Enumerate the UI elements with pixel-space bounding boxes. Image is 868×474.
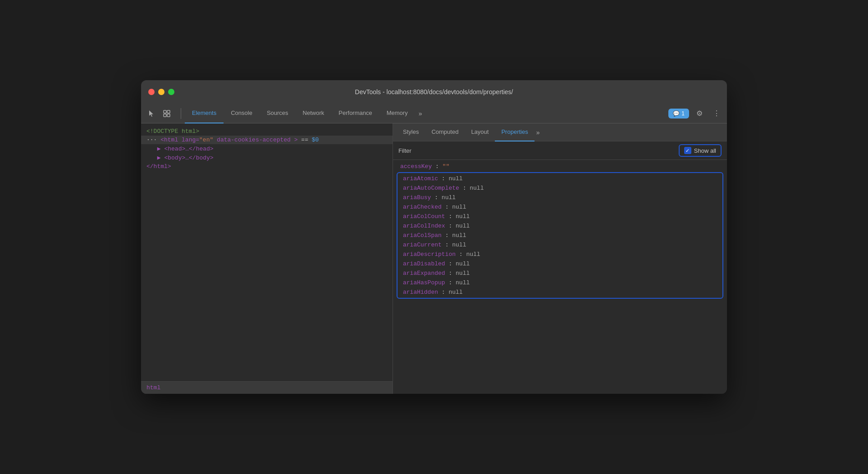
show-all-label[interactable]: Show all: [694, 147, 716, 154]
show-all-checkbox[interactable]: ✓: [684, 147, 691, 154]
ariaColIndex-prop: ariaColIndex : null: [397, 221, 722, 231]
ariaCurrent-prop: ariaCurrent : null: [397, 240, 722, 250]
tab-properties[interactable]: Properties: [495, 123, 534, 141]
svg-rect-2: [164, 114, 166, 117]
tab-network[interactable]: Network: [296, 104, 332, 123]
tab-computed[interactable]: Computed: [425, 123, 465, 141]
dom-tree[interactable]: <!DOCTYPE html> ··· <html lang="en" data…: [141, 123, 393, 381]
more-props-tabs-icon[interactable]: »: [536, 129, 540, 136]
props-tabbar: Styles Computed Layout Properties »: [393, 123, 727, 141]
main-area: <!DOCTYPE html> ··· <html lang="en" data…: [141, 123, 727, 394]
tab-console[interactable]: Console: [224, 104, 260, 123]
html-element-line[interactable]: ··· <html lang="en" data-cookies-accepte…: [141, 136, 393, 144]
window-title: DevTools - localhost:8080/docs/devtools/…: [355, 88, 513, 96]
tab-divider: [181, 108, 181, 119]
cursor-icon[interactable]: [145, 107, 158, 120]
more-tabs-icon[interactable]: »: [415, 110, 426, 117]
tab-sources[interactable]: Sources: [260, 104, 296, 123]
ariaBusy-prop: ariaBusy : null: [397, 193, 722, 202]
messages-badge-button[interactable]: 💬 1: [668, 109, 689, 118]
ariaHidden-prop: ariaHidden : null: [397, 287, 722, 297]
doctype-line: <!DOCTYPE html>: [141, 127, 393, 136]
settings-icon[interactable]: ⚙: [693, 107, 706, 120]
tabbar-right: 💬 1 ⚙ ⋮: [668, 107, 723, 120]
ariaDisabled-prop: ariaDisabled : null: [397, 259, 722, 269]
ariaDescription-prop: ariaDescription : null: [397, 250, 722, 259]
svg-rect-3: [167, 114, 170, 117]
ariaChecked-prop: ariaChecked : null: [397, 202, 722, 212]
dom-panel: <!DOCTYPE html> ··· <html lang="en" data…: [141, 123, 393, 394]
tab-performance[interactable]: Performance: [331, 104, 379, 123]
filter-bar: Filter ✓ Show all: [393, 141, 727, 160]
head-element-line[interactable]: ▶ <head>…</head>: [141, 144, 393, 153]
svg-rect-1: [167, 110, 170, 113]
minimize-button[interactable]: [158, 89, 164, 95]
html-open-tag: <html: [160, 137, 178, 143]
ariaColSpan-prop: ariaColSpan : null: [397, 231, 722, 240]
tab-memory[interactable]: Memory: [379, 104, 415, 123]
close-button[interactable]: [148, 89, 155, 95]
ariaHasPopup-prop: ariaHasPopup : null: [397, 278, 722, 287]
aria-props-group: ariaAtomic : null ariaAutoComplete : nul…: [397, 172, 723, 299]
properties-panel: Styles Computed Layout Properties » Filt…: [393, 123, 727, 394]
doctype-text: <!DOCTYPE html>: [146, 128, 199, 135]
tab-styles[interactable]: Styles: [397, 123, 425, 141]
tab-elements[interactable]: Elements: [185, 104, 224, 123]
titlebar: DevTools - localhost:8080/docs/devtools/…: [141, 80, 727, 104]
devtools-tabbar: Elements Console Sources Network Perform…: [141, 104, 727, 123]
maximize-button[interactable]: [168, 89, 174, 95]
traffic-lights: [148, 89, 174, 95]
show-all-container: ✓ Show all: [679, 144, 722, 157]
more-options-icon[interactable]: ⋮: [710, 107, 723, 120]
body-element-line[interactable]: ▶ <body>…</body>: [141, 153, 393, 162]
ariaAutoComplete-prop: ariaAutoComplete : null: [397, 183, 722, 193]
svg-rect-0: [164, 110, 166, 113]
ariaAtomic-prop: ariaAtomic : null: [397, 174, 722, 183]
html-close-line: </html>: [141, 162, 393, 171]
tab-layout[interactable]: Layout: [465, 123, 495, 141]
layers-icon[interactable]: [160, 107, 174, 120]
accesskey-prop: accessKey : "": [393, 162, 727, 171]
toolbar-icons: [145, 107, 174, 120]
ariaExpanded-prop: ariaExpanded : null: [397, 269, 722, 278]
filter-label: Filter: [398, 147, 679, 154]
breadcrumb: html: [141, 381, 393, 394]
ariaColCount-prop: ariaColCount : null: [397, 212, 722, 221]
chat-icon: 💬: [673, 110, 680, 117]
properties-content[interactable]: accessKey : "" ariaAtomic : null ariaAut…: [393, 160, 727, 394]
devtools-window: DevTools - localhost:8080/docs/devtools/…: [141, 80, 727, 394]
